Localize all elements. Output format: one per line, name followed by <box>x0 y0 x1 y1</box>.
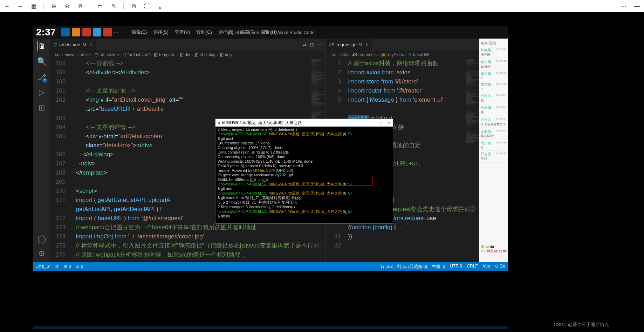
tab-row-right: JS request.js M × <box>326 39 479 50</box>
breadcrumb-right[interactable]: src› utils› JSrequest.js› [◉]myAxios› ✎b… <box>326 50 479 59</box>
tab-row-left: ▽ artList.vue M × ⇄ ◫ ⋯ <box>50 39 325 50</box>
window-title: artList.vue - vue-event - Visual Studio … <box>227 30 315 35</box>
more-icon[interactable]: ⋯ <box>620 3 627 10</box>
back-icon[interactable]: ← <box>4 3 11 10</box>
terminal-body[interactable]: 2 files changed, 15 insertions(+), 3 del… <box>215 127 393 223</box>
tab-artlist[interactable]: ▽ artList.vue M × <box>50 39 96 50</box>
language[interactable]: Vue <box>483 264 490 270</box>
app-icon-5 <box>103 28 112 36</box>
app-icon-2 <box>72 28 80 36</box>
zoom-out-icon[interactable]: ⊖ <box>63 3 70 10</box>
menu-go[interactable]: 转到(G) <box>194 28 214 36</box>
maximize-icon[interactable]: □ <box>381 120 383 125</box>
menu-view[interactable]: 查看(V) <box>173 28 192 36</box>
watermark: CSDN @爱你三千遍斯塔克 <box>554 321 609 328</box>
gear-icon[interactable]: ⚙ <box>37 249 47 259</box>
clock: 2:37 <box>36 27 56 38</box>
menu-select[interactable]: 选择(S) <box>151 28 170 36</box>
warnings[interactable]: ⚠ 0 <box>76 264 83 269</box>
compare-icon[interactable]: ⇄ <box>303 42 307 47</box>
split-icon[interactable]: ◫ <box>310 42 314 47</box>
close-icon[interactable]: × <box>88 42 93 47</box>
note-icon[interactable]: ✎ <box>110 3 117 10</box>
maximize-icon[interactable]: ⛶ <box>143 3 150 10</box>
errors[interactable]: ⊘ 0 <box>64 264 71 269</box>
chat-panel: 服务器的 韩红瑞15:59:54服务器李东旭16:12:4010分钟李东旭16:… <box>479 39 508 262</box>
tab-request[interactable]: JS request.js M × <box>326 39 372 50</box>
explorer-icon[interactable]: 🗎 <box>37 41 47 51</box>
terminal-titlebar[interactable]: ◆ MINGW64:/d/最近_桌面/天津5期_大神之路 — □ ✕ <box>215 119 393 127</box>
download-icon[interactable]: ⭳ <box>157 3 164 10</box>
scm-icon[interactable]: ⎇2 <box>37 72 47 82</box>
reader-icon[interactable]: ⧉ <box>77 3 84 10</box>
more-icon[interactable]: ⋯ <box>318 42 322 47</box>
eol[interactable]: CRLF <box>467 264 478 270</box>
folder-icon[interactable]: 🗀 <box>97 3 104 10</box>
extensions-icon[interactable]: ⊞ <box>37 103 47 113</box>
sync-icon[interactable]: ⟳ <box>55 264 59 269</box>
menu-edit[interactable]: 编辑(E) <box>130 28 149 36</box>
highlight-box <box>252 177 373 186</box>
terminal-window: ◆ MINGW64:/d/最近_桌面/天津5期_大神之路 — □ ✕ 2 fil… <box>215 118 393 224</box>
copy-icon[interactable]: ⧉ <box>130 3 137 10</box>
minimap-right[interactable] <box>464 59 479 262</box>
search-icon[interactable]: 🔍 <box>37 57 47 67</box>
app-icon-1 <box>61 28 70 36</box>
app-icon-4 <box>93 28 101 36</box>
screenshot-frame: 2:37 ⋯ 编辑(E) 选择(S) 查看(V) 转到(G) 运行(R) 终端(… <box>0 17 644 329</box>
breadcrumb-left[interactable]: src› views› article› ▽artList.vue› {}"ar… <box>50 50 325 59</box>
account-icon[interactable]: ◯ <box>37 234 47 244</box>
taskbar <box>33 326 508 329</box>
forward-icon[interactable]: → <box>17 3 24 10</box>
encoding[interactable]: UTF-8 <box>450 264 462 270</box>
status-bar: ⎇ tj_5* ⟳ ⊘ 0 ⚠ 0 行 162，列 61 (已选择 0) 空格:… <box>33 262 508 271</box>
minimize-icon[interactable]: — <box>372 120 376 125</box>
cursor-position[interactable]: 行 162，列 61 (已选择 0) <box>381 264 427 270</box>
browser-toolbar: ← → ▦ ⊕ ⊖ ⧉ 🗀 ✎ ⧉ ⛶ ⭳ ⋯ — <box>0 0 644 12</box>
go-live[interactable]: ⊙ Go <box>495 264 505 270</box>
app-icon-3 <box>82 28 91 36</box>
debug-icon[interactable]: ▷ <box>37 88 47 97</box>
activity-bar: 🗎 🔍 ⎇2 ▷ ⊞ ◯ ⚙ <box>33 39 50 262</box>
minimize-icon[interactable]: — <box>633 3 640 10</box>
branch-indicator[interactable]: ⎇ tj_5* <box>36 264 50 269</box>
zoom-in-icon[interactable]: ⊕ <box>50 3 57 10</box>
top-strip: 2:37 ⋯ 编辑(E) 选择(S) 查看(V) 转到(G) 运行(R) 终端(… <box>33 26 508 39</box>
close-icon[interactable]: × <box>364 42 369 47</box>
grid-icon[interactable]: ▦ <box>30 3 37 10</box>
close-icon[interactable]: ✕ <box>387 120 391 125</box>
spaces[interactable]: 空格: 2 <box>432 264 445 270</box>
